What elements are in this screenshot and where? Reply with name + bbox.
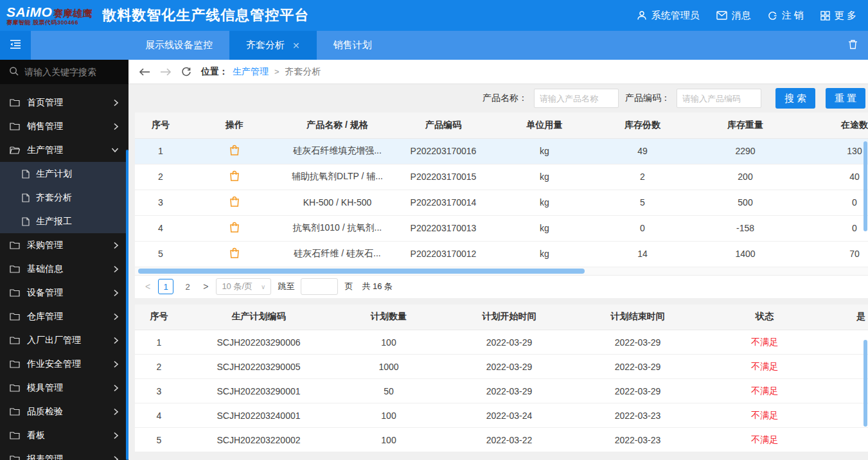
table-row[interactable]: 3 KH-500 / KH-500 P202203170014 kg 5 500… xyxy=(135,190,868,215)
total-count: 共 16 条 xyxy=(362,281,393,292)
sidebar-item-mold-mgmt[interactable]: 模具管理 xyxy=(0,376,128,400)
breadcrumb-separator: > xyxy=(274,67,279,76)
close-tab-icon[interactable]: ✕ xyxy=(292,40,300,51)
table-row[interactable]: 4 SCJH202203240001 100 2022-03-24 2022-0… xyxy=(135,403,868,428)
chevron-right-icon xyxy=(113,289,119,297)
products-table: 序号 操作 产品名称 / 规格 产品编码 单位用量 库存份数 库存重量 在途数 xyxy=(135,112,868,267)
breadcrumb-parent-link[interactable]: 生产管理 xyxy=(233,66,269,78)
table-row[interactable]: 2 辅助抗氧剂DLTP / 辅... P202203170015 kg 2 20… xyxy=(135,164,868,190)
sidebar-item-report-mgmt[interactable]: 报表管理 xyxy=(0,447,128,460)
table-row[interactable]: 1 硅灰石纤维填充增强... P202203170016 kg 49 2290 … xyxy=(135,138,868,164)
sidebar: 首页管理 销售管理 生产管理 生产计划 xyxy=(0,60,128,460)
sidebar-collapse-button[interactable] xyxy=(0,31,31,60)
breadcrumb-current: 齐套分析 xyxy=(285,66,321,78)
page-1-button[interactable]: 1 xyxy=(158,279,173,294)
jump-label: 跳至 xyxy=(278,281,294,292)
chevron-right-icon xyxy=(113,123,119,130)
table-row[interactable]: 5 硅灰石纤维 / 硅灰石... P202203170012 kg 14 140… xyxy=(135,241,868,267)
sidebar-item-home-mgmt[interactable]: 首页管理 xyxy=(0,91,128,114)
sidebar-item-production-mgmt[interactable]: 生产管理 xyxy=(0,138,128,162)
next-page-button[interactable]: > xyxy=(202,281,209,292)
sidebar-item-purchase-mgmt[interactable]: 采购管理 xyxy=(0,233,128,257)
col-product-code: 产品编码 xyxy=(392,112,495,138)
user-menu[interactable]: 系统管理员 xyxy=(637,10,700,22)
chevron-right-icon xyxy=(113,99,119,107)
page-2-button[interactable]: 2 xyxy=(180,279,195,294)
table-row[interactable]: 2 SCJH202203290005 1000 2022-03-29 2022-… xyxy=(135,355,868,379)
status-badge: 不满足 xyxy=(700,403,829,428)
tab-sales-plan[interactable]: 销售计划 xyxy=(317,31,389,60)
sidebar-item-quality-inspection[interactable]: 品质检验 xyxy=(0,400,128,423)
col-action: 操作 xyxy=(186,112,283,138)
product-name-input[interactable] xyxy=(534,89,619,108)
sidebar-search[interactable] xyxy=(0,60,128,84)
brand-name-cn: 赛摩雄鹰 xyxy=(53,8,92,18)
back-icon[interactable] xyxy=(139,67,150,76)
sidebar-item-equipment-mgmt[interactable]: 设备管理 xyxy=(0,281,128,305)
sidebar-item-basic-info[interactable]: 基础信息 xyxy=(0,257,128,281)
col-plan-qty: 计划数量 xyxy=(334,305,443,330)
user-label: 系统管理员 xyxy=(651,10,700,22)
table-row[interactable]: 5 SCJH202203220002 100 2022-03-22 2022-0… xyxy=(135,428,868,452)
col-plan-start: 计划开始时间 xyxy=(443,305,575,330)
col-satisfied: 是 xyxy=(829,305,868,330)
filter-toolbar: 产品名称： 产品编码： 搜 索 重 置 xyxy=(135,84,868,112)
open-tabs: 展示线设备监控 齐套分析 ✕ 销售计划 xyxy=(128,31,389,60)
sidebar-item-dashboard[interactable]: 看板 xyxy=(0,423,128,447)
sidebar-item-sales-mgmt[interactable]: 销售管理 xyxy=(0,114,128,138)
product-code-label: 产品编码： xyxy=(625,93,670,104)
bag-action-icon[interactable] xyxy=(229,250,240,260)
chevron-right-icon xyxy=(113,408,119,416)
sidebar-item-production-plan[interactable]: 生产计划 xyxy=(0,162,128,186)
tab-kitting-analysis[interactable]: 齐套分析 ✕ xyxy=(229,31,317,60)
sidebar-item-gate-inout-mgmt[interactable]: 入厂出厂管理 xyxy=(0,328,128,352)
sidebar-scrollbar[interactable] xyxy=(126,150,128,460)
col-stock-weight: 库存重量 xyxy=(691,112,800,138)
bag-action-icon[interactable] xyxy=(229,224,240,234)
sidebar-item-production-report[interactable]: 生产报工 xyxy=(0,209,128,233)
bag-action-icon[interactable] xyxy=(229,147,240,157)
tab-bar: 展示线设备监控 齐套分析 ✕ 销售计划 xyxy=(0,31,868,60)
production-submenu: 生产计划 齐套分析 生产报工 xyxy=(0,162,128,233)
brand-logo: SAiMO 赛摩雄鹰 赛摩智能 股票代码300466 xyxy=(6,5,92,26)
vertical-scrollbar[interactable] xyxy=(864,340,867,427)
jump-page-input[interactable] xyxy=(301,278,338,295)
tab-kitting-analysis-label: 齐套分析 xyxy=(246,39,285,51)
file-icon xyxy=(22,170,30,179)
plans-table-panel: 序号 生产计划编码 计划数量 计划开始时间 计划结束时间 状态 是 xyxy=(135,305,868,453)
breadcrumb: 位置： 生产管理 > 齐套分析 xyxy=(128,60,868,84)
page-size-select[interactable]: 10 条/页 ∨ xyxy=(216,278,271,295)
more-button[interactable]: 更 多 xyxy=(820,10,856,22)
messages-button[interactable]: 消息 xyxy=(716,10,751,22)
bag-action-icon[interactable] xyxy=(229,199,240,209)
table-row[interactable]: 3 SCJH202203290001 50 2022-03-29 2022-03… xyxy=(135,379,868,403)
vertical-scrollbar[interactable] xyxy=(864,141,867,231)
chevron-down-icon xyxy=(111,147,119,153)
sidebar-item-warehouse-mgmt[interactable]: 仓库管理 xyxy=(0,305,128,328)
caret-down-icon: ∨ xyxy=(261,283,265,290)
reset-button[interactable]: 重 置 xyxy=(826,88,865,109)
status-badge: 不满足 xyxy=(700,428,829,452)
page-unit-label: 页 xyxy=(344,281,353,292)
horizontal-scrollbar[interactable] xyxy=(135,267,868,275)
col-status: 状态 xyxy=(700,305,829,330)
forward-icon[interactable] xyxy=(160,67,172,76)
refresh-icon[interactable] xyxy=(181,67,191,77)
sidebar-search-input[interactable] xyxy=(24,67,121,77)
logout-button[interactable]: 注 销 xyxy=(768,10,804,22)
page-title: 散料数智化生产线信息管控平台 xyxy=(102,6,309,25)
tab-display-line-monitor[interactable]: 展示线设备监控 xyxy=(128,31,229,60)
status-badge: 不满足 xyxy=(700,379,829,403)
sidebar-item-kitting-analysis[interactable]: 齐套分析 xyxy=(0,186,128,209)
messages-label: 消息 xyxy=(732,10,751,22)
file-icon xyxy=(22,193,30,202)
sidebar-item-work-safety-mgmt[interactable]: 作业安全管理 xyxy=(0,352,128,376)
table-row[interactable]: 4 抗氧剂1010 / 抗氧剂... P202203170013 kg 0 -1… xyxy=(135,215,868,241)
products-table-panel: 序号 操作 产品名称 / 规格 产品编码 单位用量 库存份数 库存重量 在途数 xyxy=(135,112,868,275)
trash-icon[interactable] xyxy=(848,39,858,52)
table-row[interactable]: 1 SCJH202203290006 100 2022-03-29 2022-0… xyxy=(135,330,868,355)
bag-action-icon[interactable] xyxy=(229,173,240,183)
product-code-input[interactable] xyxy=(677,89,761,108)
search-button[interactable]: 搜 索 xyxy=(775,88,815,109)
prev-page-button[interactable]: < xyxy=(144,281,152,292)
